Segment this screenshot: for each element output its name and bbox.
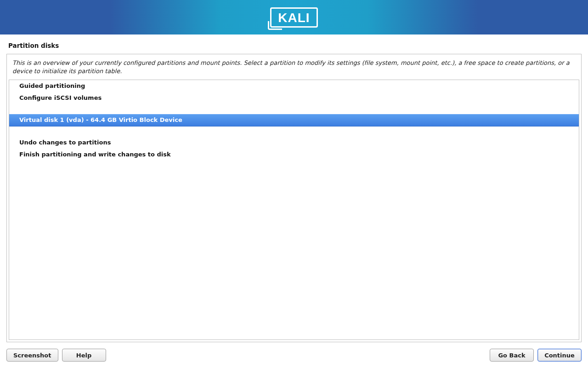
content-panel: This is an overview of your currently co… [6, 54, 582, 342]
banner-center: KALI [110, 0, 478, 34]
list-item-undo-changes[interactable]: Undo changes to partitions [9, 137, 579, 149]
kali-logo-text: KALI [278, 11, 310, 25]
go-back-button[interactable]: Go Back [490, 349, 534, 362]
screenshot-button[interactable]: Screenshot [6, 349, 58, 362]
list-separator [9, 104, 579, 114]
instructions-text: This is an overview of your currently co… [7, 54, 581, 80]
continue-button[interactable]: Continue [537, 349, 582, 362]
help-button[interactable]: Help [62, 349, 106, 362]
page-title: Partition disks [0, 34, 588, 54]
list-item-virtual-disk[interactable]: Virtual disk 1 (vda) - 64.4 GB Virtio Bl… [9, 114, 579, 126]
button-bar: Screenshot Help Go Back Continue [0, 342, 588, 368]
list-item-configure-iscsi[interactable]: Configure iSCSI volumes [9, 92, 579, 104]
list-separator [9, 126, 579, 137]
installer-banner: KALI [0, 0, 588, 34]
list-item-finish-partitioning[interactable]: Finish partitioning and write changes to… [9, 149, 579, 161]
list-item-guided-partitioning[interactable]: Guided partitioning [9, 80, 579, 92]
partition-listbox[interactable]: Guided partitioning Configure iSCSI volu… [9, 80, 579, 340]
kali-logo: KALI [270, 7, 317, 28]
